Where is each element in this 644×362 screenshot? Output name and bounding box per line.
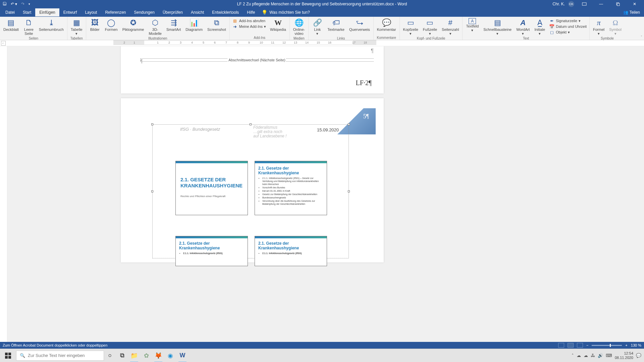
kommentar-button[interactable]: 💬Kommentar — [375, 17, 398, 32]
volume-icon[interactable]: 🔊 — [598, 353, 603, 358]
deckblatt-button[interactable]: ▤Deckblatt — [1, 17, 21, 32]
initiale-button[interactable]: A̲Initiale▾ — [532, 17, 547, 36]
share-icon: 👥 — [623, 10, 628, 15]
status-bar: Zum Öffnen Acrobat Document doppelklicke… — [0, 342, 644, 349]
tab-sendungen[interactable]: Sendungen — [130, 8, 159, 16]
qat-more-icon[interactable]: ▾ — [29, 2, 30, 6]
web-layout-icon[interactable] — [577, 343, 583, 348]
firefox-icon[interactable]: 🦊 — [152, 349, 164, 362]
taskbar-clock[interactable]: 12:54 08.11.2020 — [615, 351, 633, 360]
tab-entwurf[interactable]: Entwurf — [59, 8, 81, 16]
tabelle-button[interactable]: ▦Tabelle▾ — [69, 17, 85, 36]
objekt-button[interactable]: ◻Objekt ▾ — [549, 29, 587, 35]
formel-button[interactable]: πFormel▾ — [591, 17, 606, 36]
read-mode-icon[interactable] — [558, 343, 564, 348]
tab-layout[interactable]: Layout — [81, 8, 101, 16]
smartart-button[interactable]: ⇶SmartArt — [164, 17, 183, 32]
start-button[interactable] — [0, 349, 16, 362]
leere-seite-button[interactable]: 🗋Leere Seite — [21, 17, 36, 36]
share-button[interactable]: 👥 Teilen — [623, 10, 644, 15]
search-placeholder: Zur Suche Text hier eingeben — [28, 353, 85, 358]
piktogramme-button[interactable]: ✪Piktogramme — [120, 17, 146, 32]
embedded-object-selection[interactable]: IfSG · Bundesgesetz Föderalismus …gilt e… — [152, 124, 349, 258]
symbol-button[interactable]: ΩSymbol▾ — [607, 17, 624, 36]
onedrive-icon[interactable]: ☁ — [577, 353, 581, 358]
equation-icon: π — [593, 18, 604, 27]
document-area[interactable]: ¶ ¶ Abschnittswechsel (Nächste Seite) LF… — [7, 46, 644, 347]
textfeld-button[interactable]: ATextfeld▾ — [464, 17, 481, 33]
cortana-icon[interactable]: ○ — [104, 349, 116, 362]
datum-uhrzeit-button[interactable]: 📅Datum und Uhrzeit — [549, 24, 587, 29]
close-icon[interactable]: ✕ — [628, 0, 641, 8]
tab-referenzen[interactable]: Referenzen — [101, 8, 130, 16]
kopfzeile-button[interactable]: ▭Kopfzeile▾ — [401, 17, 420, 36]
textmarke-button[interactable]: 🏷Textmarke — [325, 17, 346, 32]
ribbon: ▤Deckblatt 🗋Leere Seite ⤓Seitenumbruch S… — [0, 17, 644, 40]
wordart-button[interactable]: AWordArt▾ — [514, 17, 532, 36]
resize-handle[interactable] — [151, 123, 153, 125]
resize-handle[interactable] — [348, 190, 350, 192]
3d-modelle-button[interactable]: ⬡3D- Modelle — [147, 17, 164, 36]
screenshot-button[interactable]: ⧉Screenshot — [205, 17, 228, 32]
redo-icon[interactable]: ↷ — [21, 2, 24, 6]
edge-icon[interactable]: ◉ — [164, 349, 176, 362]
network-icon[interactable]: 🖧 — [591, 353, 595, 358]
resize-handle[interactable] — [250, 123, 252, 125]
tab-file[interactable]: Datei — [1, 8, 19, 16]
print-layout-icon[interactable] — [568, 343, 574, 348]
file-explorer-icon[interactable]: 📁 — [128, 349, 140, 362]
ruler-corner[interactable]: ⌐ — [1, 41, 6, 46]
link-button[interactable]: 🔗Link▾ — [310, 17, 325, 36]
seitenumbruch-button[interactable]: ⤓Seitenumbruch — [37, 17, 66, 32]
tab-ueberpruefen[interactable]: Überprüfen — [159, 8, 187, 16]
addins-abrufen-button[interactable]: ⊞Add-Ins abrufen — [232, 18, 266, 23]
zoom-in-button[interactable]: + — [625, 343, 627, 347]
taskbar-search[interactable]: 🔍 Zur Suche Text hier eingeben — [16, 351, 104, 361]
undo-icon[interactable]: ↶ ▾ — [11, 2, 17, 6]
tab-entwicklertools[interactable]: Entwicklertools — [208, 8, 243, 16]
schnellbausteine-button[interactable]: ▤Schnellbausteine▾ — [481, 17, 514, 36]
notifications-icon[interactable]: 💬 — [636, 353, 641, 358]
group-kopf-fusszeile: ▭Kopfzeile▾ ▭Fußzeile▾ #Seitenzahl▾ Kopf… — [400, 17, 463, 40]
signaturzeile-button[interactable]: ✒Signaturzeile ▾ — [549, 18, 587, 23]
maximize-icon[interactable] — [611, 0, 625, 8]
cover-page-icon: ▤ — [6, 18, 16, 27]
tray-chevron-icon[interactable]: ˄ — [572, 353, 574, 358]
vertical-ruler[interactable] — [0, 46, 7, 347]
object-icon: ◻ — [549, 29, 554, 35]
scan-date: 15.09.2020 — [317, 127, 339, 132]
language-icon[interactable]: ⌨ — [606, 353, 612, 358]
task-view-icon[interactable]: ⧉ — [116, 349, 128, 362]
collapse-ribbon-icon[interactable]: ˇ — [641, 36, 642, 39]
minimize-icon[interactable]: — — [594, 0, 608, 8]
ribbon-display-icon[interactable] — [578, 0, 591, 8]
fusszeile-button[interactable]: ▭Fußzeile▾ — [421, 17, 439, 36]
app-icon[interactable]: ✿ — [140, 349, 152, 362]
tab-ansicht[interactable]: Ansicht — [187, 8, 208, 16]
diagramm-button[interactable]: 📊Diagramm — [183, 17, 205, 32]
zoom-out-button[interactable]: − — [586, 343, 588, 347]
zoom-slider[interactable] — [592, 345, 622, 346]
word-icon[interactable]: W — [176, 349, 189, 362]
save-icon[interactable] — [3, 2, 7, 7]
user-name[interactable]: Chr. K. — [552, 2, 565, 6]
onlinevideo-button[interactable]: 🌐Online- video — [291, 17, 307, 36]
zoom-level[interactable]: 130 % — [631, 343, 641, 347]
querverweis-button[interactable]: ⮑Querverweis — [347, 17, 372, 32]
seitenzahl-button[interactable]: #Seitenzahl▾ — [440, 17, 461, 36]
wikipedia-button[interactable]: WWikipedia — [268, 17, 288, 32]
formen-button[interactable]: ◯Formen — [103, 17, 120, 32]
resize-handle[interactable] — [348, 123, 350, 125]
link-icon: 🔗 — [312, 18, 323, 27]
tab-start[interactable]: Start — [19, 8, 35, 16]
tell-me-search[interactable]: 💡 Was möchten Sie tun? — [262, 10, 310, 15]
wordart-icon: A — [518, 18, 528, 27]
resize-handle[interactable] — [151, 190, 153, 192]
tab-hilfe[interactable]: Hilfe — [243, 8, 259, 16]
weather-icon[interactable]: ☁ — [584, 353, 588, 358]
horizontal-ruler[interactable]: 21 12 34 56 78 910 1112 1314 1516 1718 — [113, 40, 376, 46]
user-avatar[interactable]: CK — [568, 1, 574, 7]
tab-einfuegen[interactable]: Einfügen — [35, 8, 59, 16]
bilder-button[interactable]: 🖼Bilder — [88, 17, 102, 32]
meine-addins-button[interactable]: ➜Meine Add-Ins ▾ — [232, 24, 266, 29]
